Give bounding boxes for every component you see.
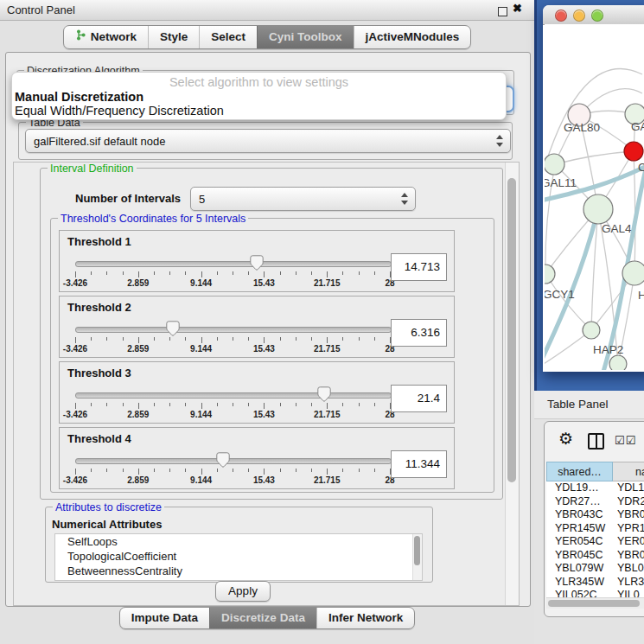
table-row[interactable]: YDL19…YDL1 [546,481,644,495]
tick-mark [138,403,139,409]
table-cell[interactable]: YBR0 [613,508,644,522]
tick-mark [217,403,218,406]
num-intervals-combobox[interactable]: 5 [190,187,416,211]
column-header-name[interactable]: na [613,462,644,481]
slider-track [75,458,392,464]
list-item[interactable]: SelfLoops [55,534,422,549]
table-cell[interactable]: YPR1 [613,522,644,536]
tick-mark [154,469,155,472]
table-panel-titlebar: Table Panel [534,391,644,419]
tick-mark [201,469,202,475]
table-cell[interactable]: YDL19… [546,481,613,495]
tab-select[interactable]: Select [199,26,257,48]
network-node[interactable] [624,142,643,161]
tab-cyni-toolbox[interactable]: Cyni Toolbox [257,26,354,48]
panel-title: Control Panel [7,3,75,16]
table-row[interactable]: YBR043CYBR0 [546,508,644,522]
threshold-value-field[interactable]: 6.316 [391,319,447,347]
table-cell[interactable]: YIL0 [613,589,644,597]
tick-mark [280,271,281,275]
network-node[interactable] [545,154,564,175]
tab-impute-data[interactable]: Impute Data [120,608,209,628]
close-icon[interactable]: ✖ [513,2,522,15]
gear-icon[interactable]: ⚙ [558,429,573,449]
vertical-scrollbar[interactable] [505,163,519,605]
tick-mark [91,469,92,472]
table-cell[interactable]: YIL052C [546,589,613,597]
table-row[interactable]: YBL079WYBL0 [546,562,644,576]
horizontal-scrollbar[interactable] [546,597,644,609]
threshold-value-field[interactable]: 14.713 [391,253,447,281]
scrollbar-thumb[interactable] [507,178,516,482]
scrollbar-thumb[interactable] [548,600,640,607]
table-cell[interactable]: YDL1 [613,481,644,495]
table-cell[interactable]: YBR045C [546,549,613,563]
tab-jactivemnodules[interactable]: jActiveMNodules [354,26,471,48]
list-item[interactable]: BetweennessCentrality [55,564,422,578]
table-cell[interactable]: YLR3 [613,576,644,590]
tab-discretize-data[interactable]: Discretize Data [209,608,316,628]
dropdown-option-equal-width[interactable]: Equal Width/Frequency Discretization [15,104,224,118]
desktop-background: GAL80GACGAL11GAL4GCY1HHAP2 [534,0,644,391]
table-cell[interactable]: YBL0 [613,562,644,576]
zoom-traffic-light-icon[interactable] [591,10,603,22]
tick-mark [138,469,139,475]
slider-track [75,327,392,333]
network-node[interactable] [583,194,613,224]
table-data-combobox[interactable]: galFiltered.sif default node [25,129,511,153]
table-row[interactable]: YLR345WYLR3 [546,576,644,590]
threshold-slider[interactable] [75,257,390,271]
table-row[interactable]: YPR145WYPR1 [546,522,644,536]
dropdown-option-manual[interactable]: Manual Discretization [15,90,143,104]
network-node[interactable] [545,265,555,284]
table-cell[interactable]: YDR2 [613,495,644,509]
close-traffic-light-icon[interactable] [555,10,567,22]
tick-mark [359,403,360,406]
table-row[interactable]: YDR27…YDR2 [546,495,644,509]
network-canvas[interactable]: GAL80GACGAL11GAL4GCY1HHAP2 [545,24,644,370]
table-toolbar: ⚙ ☑☑ [545,422,644,460]
threshold-slider[interactable] [75,454,390,468]
split-view-icon[interactable] [588,433,604,450]
node-table: shared… na YDL19…YDL1YDR27…YDR2YBR043CYB… [546,462,644,597]
table-cell[interactable]: YBR043C [546,508,613,522]
table-cell[interactable]: YPR145W [546,522,613,536]
table-cell[interactable]: YDR27… [546,495,613,509]
table-cell[interactable]: YER054C [546,535,613,549]
table-row[interactable]: YIL052CYIL0 [546,589,644,597]
tab-infer-network[interactable]: Infer Network [316,608,414,628]
node-label: GAL80 [564,121,600,134]
tick-mark [280,337,281,341]
tick-mark [264,403,265,409]
tick-mark [248,337,249,341]
threshold-slider[interactable] [75,388,390,402]
tick-mark [91,337,92,341]
table-cell[interactable]: YER0 [613,535,644,549]
table-cell[interactable]: YLR345W [546,576,613,590]
network-node[interactable] [609,355,627,370]
tab-style[interactable]: Style [148,26,199,48]
list-scrollbar[interactable] [412,534,422,580]
minimize-traffic-light-icon[interactable] [573,10,585,22]
threshold-value-field[interactable]: 21.4 [391,385,447,412]
network-graph: GAL80GACGAL11GAL4GCY1HHAP2 [545,24,644,370]
table-cell[interactable]: YBL079W [546,562,613,576]
tab-network[interactable]: Network [64,26,148,48]
threshold-slider[interactable] [75,322,390,336]
tick-mark [359,337,360,341]
network-edge[interactable] [555,151,634,164]
table-row[interactable]: YER054CYER0 [546,535,644,549]
table-cell[interactable]: YBR0 [613,549,644,563]
tick-mark [233,403,233,406]
checkbox-columns-icon[interactable]: ☑☑ [615,434,636,447]
slider-ticks [75,403,390,410]
threshold-value-field[interactable]: 11.344 [391,450,447,478]
cyni-toolbox-pane: Discretization Algorithm Select algorith… [5,52,531,607]
list-item[interactable]: TopologicalCoefficient [55,549,422,564]
table-row[interactable]: YBR045CYBR0 [546,549,644,563]
network-node[interactable] [622,261,644,285]
column-header-shared-name[interactable]: shared… [546,462,613,481]
apply-button[interactable]: Apply [215,581,271,602]
network-node[interactable] [583,322,600,339]
float-window-icon[interactable] [498,7,507,16]
